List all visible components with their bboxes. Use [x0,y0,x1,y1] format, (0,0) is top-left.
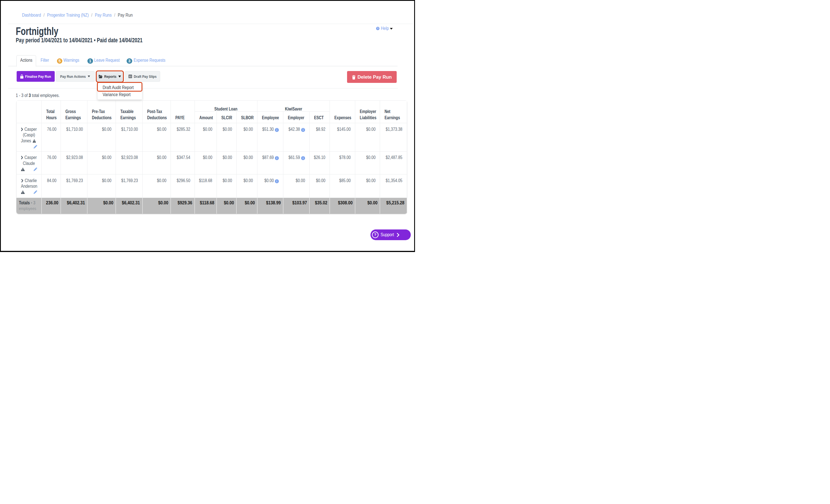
svg-text:?: ? [374,233,376,237]
